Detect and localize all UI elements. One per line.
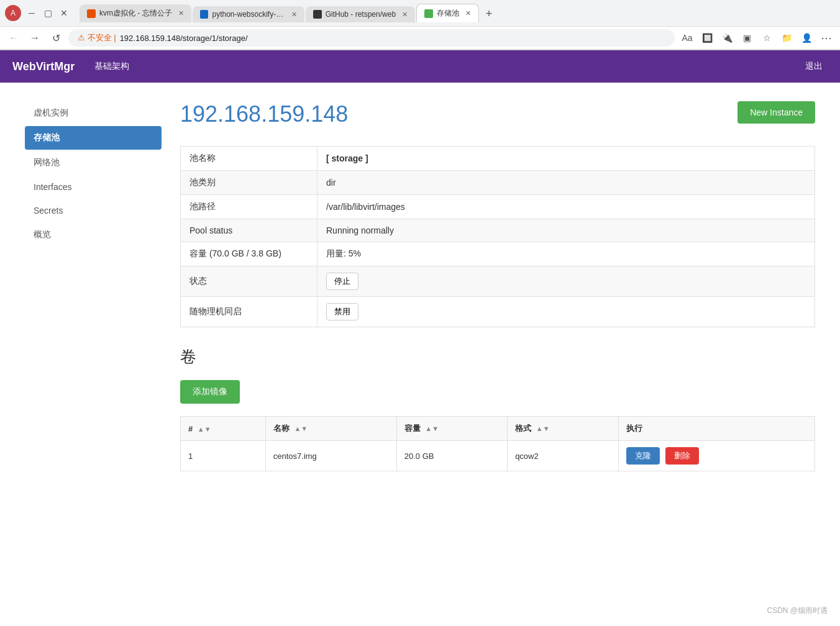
stop-button[interactable]: 停止 [326, 273, 358, 290]
col-header-number: # ▲▼ [181, 417, 266, 441]
table-row: 随物理机同启 禁用 [181, 297, 815, 327]
tab-close-button[interactable]: ✕ [291, 11, 297, 19]
browser-chrome: A ─ ▢ ✕ kvm虚拟化 - 忘情公子 ✕ python-websockif… [0, 0, 840, 50]
back-button[interactable]: ← [5, 29, 22, 47]
page-header: 192.168.159.148 New Instance [180, 101, 815, 127]
tabs-bar: kvm虚拟化 - 忘情公子 ✕ python-websockify-0.c ✕ … [75, 4, 835, 22]
window-controls: ─ ▢ ✕ [25, 6, 71, 20]
volume-actions: 克隆 删除 [618, 441, 815, 471]
tab-favicon [87, 9, 96, 18]
sort-icon[interactable]: ▲▼ [294, 425, 308, 432]
sidebar-item-secrets[interactable]: Secrets [25, 199, 162, 222]
collections-button[interactable]: 📁 [778, 29, 795, 47]
tab-close-button[interactable]: ✕ [178, 9, 184, 17]
logout-button[interactable]: 退出 [800, 58, 828, 75]
tab-label: GitHub - retspen/web [326, 10, 396, 19]
table-row: Pool status Running normally [181, 219, 815, 242]
tab-favicon [200, 10, 209, 19]
info-value: Running normally [317, 219, 815, 242]
more-options-button[interactable]: ⋯ [818, 29, 835, 47]
clone-button[interactable]: 克隆 [626, 447, 660, 465]
address-input[interactable] [120, 34, 665, 43]
split-view-button[interactable]: ▣ [738, 29, 756, 47]
address-bar: ← → ↺ ⚠ 不安全 | Aa 🔲 🔌 ▣ ☆ 📁 👤 ⋯ [0, 26, 840, 50]
sidebar-item-overview[interactable]: 概览 [25, 223, 162, 247]
info-label: 池名称 [181, 147, 317, 171]
tab-label: python-websockify-0.c [212, 10, 285, 19]
table-row: 状态 停止 [181, 266, 815, 297]
tab-github[interactable]: GitHub - retspen/web ✕ [306, 6, 415, 22]
col-header-action: 执行 [618, 417, 815, 441]
volume-capacity: 20.0 GB [396, 441, 507, 471]
table-row: 容量 (70.0 GB / 3.8 GB) 用量: 5% [181, 242, 815, 266]
sidebar-item-interfaces[interactable]: Interfaces [25, 176, 162, 198]
forward-button[interactable]: → [26, 29, 43, 47]
tab-kvm[interactable]: kvm虚拟化 - 忘情公子 ✕ [80, 4, 191, 22]
info-value: 用量: 5% [317, 242, 815, 266]
info-value: 禁用 [317, 297, 815, 327]
app-header: WebVirtMgr 基础架构 退出 [0, 50, 840, 83]
extensions-button[interactable]: 🔌 [718, 29, 736, 47]
add-image-button[interactable]: 添加镜像 [180, 380, 240, 404]
profile-button[interactable]: 👤 [798, 29, 815, 47]
sort-icon[interactable]: ▲▼ [425, 425, 439, 432]
disable-button[interactable]: 禁用 [326, 303, 358, 320]
tab-favicon [424, 9, 433, 18]
tab-storage[interactable]: 存储池 ✕ [416, 4, 479, 22]
col-header-capacity: 容量 ▲▼ [396, 417, 507, 441]
tab-favicon [313, 10, 322, 19]
info-value: [ storage ] [317, 147, 815, 171]
new-instance-button[interactable]: New Instance [737, 101, 815, 124]
app-logo: WebVirtMgr [12, 60, 75, 73]
close-window-button[interactable]: ✕ [57, 6, 71, 20]
col-header-name: 名称 ▲▼ [265, 417, 396, 441]
storage-info-table: 池名称 [ storage ] 池类别 dir 池路径 /var/lib/lib… [180, 146, 815, 327]
tab-close-button[interactable]: ✕ [402, 11, 408, 19]
table-row: 池名称 [ storage ] [181, 147, 815, 171]
info-label: 随物理机同启 [181, 297, 317, 327]
table-row: 1 centos7.img 20.0 GB qcow2 克隆 删除 [181, 441, 815, 471]
tab-python[interactable]: python-websockify-0.c ✕ [193, 6, 304, 22]
volume-index: 1 [181, 441, 266, 471]
info-label: 状态 [181, 266, 317, 297]
info-value: dir [317, 171, 815, 195]
info-value: /var/lib/libvirt/images [317, 195, 815, 219]
info-label: 容量 (70.0 GB / 3.8 GB) [181, 242, 317, 266]
info-label: 池类别 [181, 171, 317, 195]
col-header-format: 格式 ▲▼ [508, 417, 618, 441]
browser-avatar: A [5, 5, 21, 21]
info-label: Pool status [181, 219, 317, 242]
page-title: 192.168.159.148 [180, 101, 348, 127]
address-field[interactable]: ⚠ 不安全 | [68, 29, 675, 47]
main-content: 虚机实例 存储池 网络池 Interfaces Secrets 概览 192.1… [0, 83, 840, 490]
title-bar: A ─ ▢ ✕ kvm虚拟化 - 忘情公子 ✕ python-websockif… [0, 0, 840, 26]
tab-label: kvm虚拟化 - 忘情公子 [99, 8, 172, 19]
csdn-icon-button[interactable]: 🔲 [698, 29, 716, 47]
sidebar-item-storage-pool[interactable]: 存储池 [25, 126, 162, 150]
favorites-button[interactable]: ☆ [758, 29, 775, 47]
info-value: 停止 [317, 266, 815, 297]
address-icons: Aa 🔲 🔌 ▣ ☆ 📁 👤 ⋯ [678, 29, 835, 47]
security-warning: ⚠ 不安全 | [78, 32, 116, 43]
minimize-button[interactable]: ─ [25, 6, 39, 20]
sidebar-item-vm-instances[interactable]: 虚机实例 [25, 101, 162, 125]
sidebar-item-network-pool[interactable]: 网络池 [25, 151, 162, 175]
table-header-row: # ▲▼ 名称 ▲▼ 容量 ▲▼ 格式 ▲▼ 执行 [181, 417, 815, 441]
tab-label: 存储池 [437, 8, 459, 19]
reader-mode-button[interactable]: Aa [678, 29, 696, 47]
sidebar: 虚机实例 存储池 网络池 Interfaces Secrets 概览 [25, 101, 162, 471]
tab-close-button[interactable]: ✕ [465, 9, 471, 17]
volumes-table: # ▲▼ 名称 ▲▼ 容量 ▲▼ 格式 ▲▼ 执行 [180, 416, 815, 471]
maximize-button[interactable]: ▢ [41, 6, 55, 20]
volume-name: centos7.img [265, 441, 396, 471]
refresh-button[interactable]: ↺ [47, 29, 65, 47]
nav-infrastructure[interactable]: 基础架构 [89, 58, 134, 75]
sort-icon[interactable]: ▲▼ [536, 425, 550, 432]
new-tab-button[interactable]: + [480, 5, 498, 22]
sort-icon[interactable]: ▲▼ [198, 425, 211, 433]
delete-button[interactable]: 删除 [665, 447, 699, 465]
volume-format: qcow2 [508, 441, 618, 471]
table-row: 池路径 /var/lib/libvirt/images [181, 195, 815, 219]
table-row: 池类别 dir [181, 171, 815, 195]
page-right: 192.168.159.148 New Instance 池名称 [ stora… [180, 101, 815, 471]
